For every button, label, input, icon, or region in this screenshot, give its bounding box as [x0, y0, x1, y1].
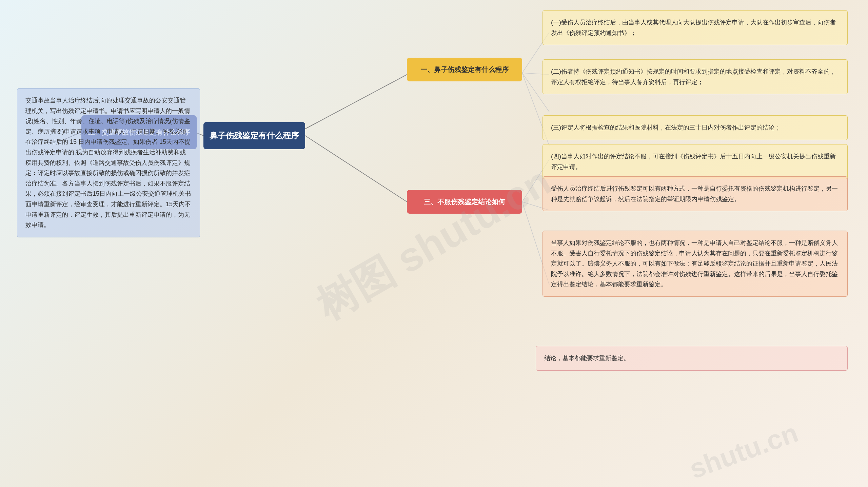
text-right-top-2-content: (二)伤者持《伤残评定预约通知书》按规定的时间和要求到指定的地点接受检查和评定，…: [551, 68, 836, 85]
text-box-right-top-2: (二)伤者持《伤残评定预约通知书》按规定的时间和要求到指定的地点接受检查和评定，…: [542, 59, 848, 94]
branch-right-top-node: 一、鼻子伤残鉴定有什么程序: [407, 58, 522, 81]
svg-line-7: [305, 136, 407, 202]
text-box-right-bottom-1: 受伤人员治疗终结后进行伤残鉴定可以有两种方式，一种是自行委托有资格的伤残鉴定机构…: [542, 176, 848, 211]
text-right-top-4-content: (四)当事人如对作出的评定结论不服，可在接到《伤残评定书》后十五日内向上一级公安…: [551, 153, 836, 170]
central-node: 鼻子伤残鉴定有什么程序: [203, 122, 305, 149]
text-right-top-1-content: (一)受伤人员治疗终结后，由当事人或其代理人向大队提出伤残评定申请，大队在作出初…: [551, 19, 836, 36]
text-box-left: 交通事故当事人治疗终结后,向原处理交通事故的公安交通管理机关，写出伤残评定申请书…: [17, 88, 200, 237]
mindmap-container: 树图 shutu.cn 鼻子伤残鉴定有什么程序 二、交通事故伤残鉴定有什么程序 …: [0, 0, 868, 487]
text-right-top-3-content: (三)评定人将根据检查的结果和医院材料，在法定的三十日内对伤者作出评定的结论；: [551, 124, 781, 131]
branch-right-bottom-node: 三、不服伤残鉴定结论如何: [407, 190, 522, 214]
text-left-content: 交通事故当事人治疗终结后,向原处理交通事故的公安交通管理机关，写出伤残评定申请书…: [25, 97, 191, 228]
central-node-label: 鼻子伤残鉴定有什么程序: [210, 130, 299, 141]
text-right-bottom-2-content: 当事人如果对伤残鉴定结论不服的，也有两种情况，一种是申请人自己对鉴定结论不服，一…: [551, 239, 838, 288]
text-box-right-top-3: (三)评定人将根据检查的结果和医院材料，在法定的三十日内对伤者作出评定的结论；: [542, 115, 848, 140]
svg-line-2: [305, 75, 407, 129]
branch-right-bottom-label: 三、不服伤残鉴定结论如何: [424, 197, 505, 207]
text-right-bottom-1-content: 受伤人员治疗终结后进行伤残鉴定可以有两种方式，一种是自行委托有资格的伤残鉴定机构…: [551, 185, 838, 202]
text-box-right-bottom-2: 当事人如果对伤残鉴定结论不服的，也有两种情况，一种是申请人自己对鉴定结论不服，一…: [542, 231, 848, 297]
text-box-right-bottom-3: 结论，基本都能要求重新鉴定。: [536, 346, 848, 371]
branch-right-top-label: 一、鼻子伤残鉴定有什么程序: [420, 65, 509, 74]
text-box-right-top-4: (四)当事人如对作出的评定结论不服，可在接到《伤残评定书》后十五日内向上一级公安…: [542, 144, 848, 179]
text-box-right-top-1: (一)受伤人员治疗终结后，由当事人或其代理人向大队提出伤残评定申请，大队在作出初…: [542, 10, 848, 45]
text-right-bottom-3-content: 结论，基本都能要求重新鉴定。: [544, 355, 630, 362]
